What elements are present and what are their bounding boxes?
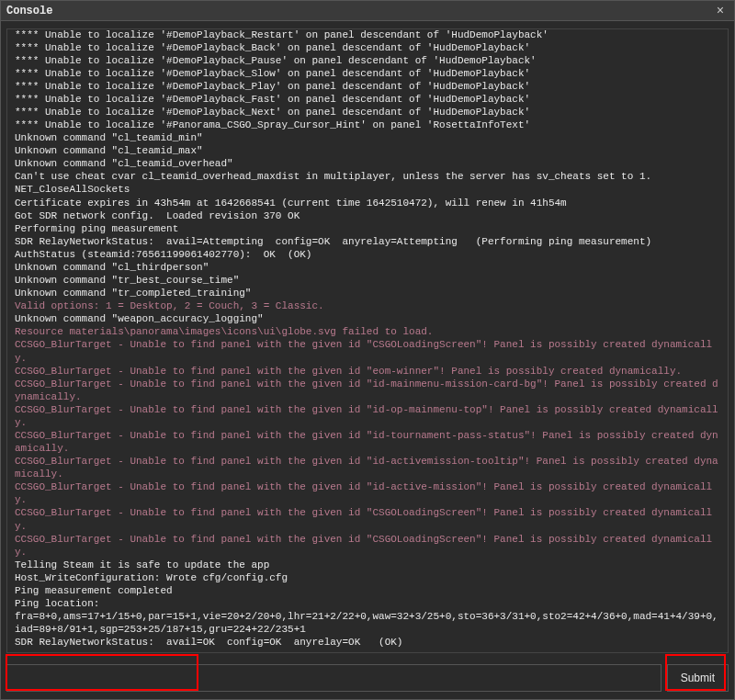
- console-line: Certificate expires in 43h54m at 1642668…: [15, 197, 720, 209]
- console-line: **** Unable to localize '#DemoPlayback_S…: [15, 67, 720, 80]
- console-line: CCSGO_BlurTarget - Unable to find panel …: [15, 506, 720, 532]
- submit-button[interactable]: Submit: [667, 664, 729, 692]
- console-line: CCSGO_BlurTarget - Unable to find panel …: [15, 480, 720, 506]
- console-line: Host_WriteConfiguration: Wrote cfg/confi…: [15, 571, 720, 584]
- command-input[interactable]: [6, 664, 662, 692]
- window-title: Console: [6, 5, 52, 17]
- titlebar: Console ×: [1, 1, 734, 21]
- close-icon[interactable]: ×: [712, 4, 729, 18]
- console-line: Unknown command "cl_teamid_overhead": [15, 157, 720, 170]
- console-line: fra=8+0,ams=17+1/15+0,par=15+1,vie=20+2/…: [15, 610, 720, 636]
- console-line: CCSGO_BlurTarget - Unable to find panel …: [15, 533, 720, 559]
- console-line: **** Unable to localize '#DemoPlayback_N…: [15, 106, 720, 119]
- console-line: **** Unable to localize '#DemoPlayback_P…: [15, 54, 720, 67]
- console-output[interactable]: Unknown command "cl_thirdperson"Unknown …: [6, 28, 729, 653]
- console-line: Telling Steam it is safe to update the a…: [15, 559, 720, 571]
- console-line: Unknown command "tr_best_course_time": [15, 274, 720, 287]
- console-line: **** Unable to localize '#DemoPlayback_R…: [15, 28, 720, 41]
- console-line: Unknown command "cl_thirdperson": [15, 261, 720, 274]
- console-line: Unknown command "cl_teamid_min": [15, 131, 720, 144]
- console-line: AuthStatus (steamid:76561199061402770): …: [15, 248, 720, 261]
- console-line: CCSGO_BlurTarget - Unable to find panel …: [15, 429, 720, 455]
- console-line: **** Unable to localize '#DemoPlayback_P…: [15, 80, 720, 93]
- console-window: Console × Unknown command "cl_thirdperso…: [0, 0, 735, 700]
- bottombar: Submit: [1, 657, 734, 699]
- console-line: SDR RelayNetworkStatus: avail=OK config=…: [15, 636, 720, 649]
- console-line: NET_CloseAllSockets: [15, 183, 720, 196]
- console-line: **** Unable to localize '#DemoPlayback_B…: [15, 41, 720, 54]
- console-line: Ping location:: [15, 597, 720, 610]
- console-line: SDR RelayNetworkStatus: avail=Attempting…: [15, 235, 720, 248]
- console-line: Performing ping measurement: [15, 222, 720, 235]
- console-line: CCSGO_BlurTarget - Unable to find panel …: [15, 378, 720, 403]
- console-line: Can't use cheat cvar cl_teamid_overhead_…: [15, 170, 720, 183]
- console-line: CCSGO_BlurTarget - Unable to find panel …: [15, 338, 720, 364]
- console-line: CCSGO_BlurTarget - Unable to find panel …: [15, 403, 720, 429]
- console-line: **** Unable to localize '#DemoPlayback_F…: [15, 93, 720, 106]
- console-line: **** Unable to localize '#Panorama_CSGO_…: [15, 119, 720, 131]
- console-line: Unknown command "cl_teamid_max": [15, 144, 720, 157]
- console-line: Unknown command "weapon_accuracy_logging…: [15, 312, 720, 325]
- console-line: CCSGO_BlurTarget - Unable to find panel …: [15, 455, 720, 480]
- console-line: Unknown command "tr_completed_training": [15, 287, 720, 299]
- console-line: Ping measurement completed: [15, 584, 720, 597]
- console-line: Valid options: 1 = Desktop, 2 = Couch, 3…: [15, 299, 720, 312]
- output-wrap: Unknown command "cl_thirdperson"Unknown …: [1, 21, 734, 657]
- console-line: Got SDR network config. Loaded revision …: [15, 209, 720, 222]
- console-line: Resource materials\panorama\images\icons…: [15, 325, 720, 338]
- console-line: CCSGO_BlurTarget - Unable to find panel …: [15, 365, 720, 378]
